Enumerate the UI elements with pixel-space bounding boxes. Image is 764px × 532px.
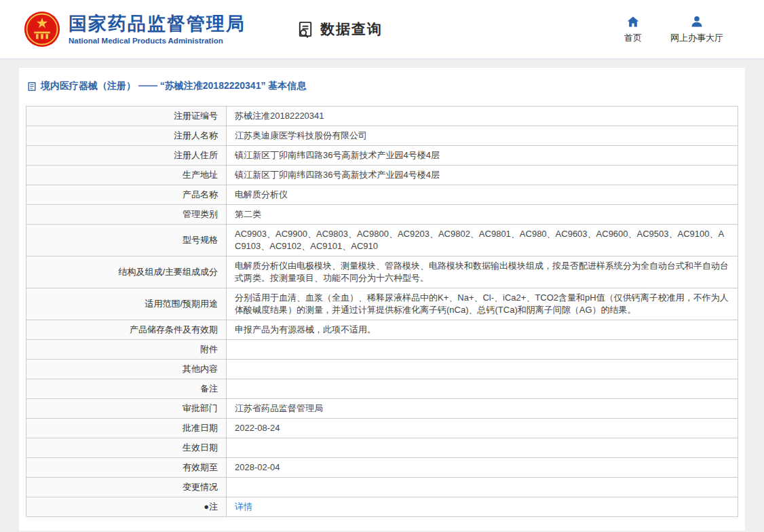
brand-text: 国家药品监督管理局 National Medical Products Admi…	[69, 14, 246, 45]
row-value	[227, 379, 738, 399]
table-row: 注册人住所 镇江新区丁卯南纬四路36号高新技术产业园4号楼4层	[26, 146, 738, 166]
main-content: 境内医疗器械（注册） —— “苏械注准20182220341” 基本信息 注册证…	[0, 60, 764, 532]
nav-online-hall-label: 网上办事大厅	[670, 32, 723, 44]
row-value: 镇江新区丁卯南纬四路36号高新技术产业园4号楼4层	[227, 166, 738, 185]
nmpa-emblem-logo	[24, 11, 60, 48]
table-row-note: ●注 详情	[26, 497, 738, 517]
registration-info-table: 注册证编号 苏械注准20182220341 注册人名称 江苏奥迪康医学科技股份有…	[26, 106, 738, 517]
row-label: 型号规格	[26, 225, 227, 256]
row-label: 有效期至	[26, 458, 227, 478]
table-row: 管理类别 第二类	[26, 205, 738, 225]
data-query-section[interactable]: 数据查询	[297, 20, 383, 39]
detail-link[interactable]: 详情	[235, 501, 252, 512]
nav-home[interactable]: 首页	[624, 15, 642, 44]
row-label: 批准日期	[26, 419, 227, 438]
row-label: 结构及组成/主要组成成分	[26, 256, 227, 288]
table-row: 产品名称 电解质分析仪	[26, 185, 738, 205]
row-label: 备注	[26, 379, 227, 399]
nav-home-label: 首页	[624, 32, 642, 44]
row-value: 申报产品为有源器械，此项不适用。	[227, 320, 738, 340]
row-value: 2028-02-04	[227, 458, 738, 478]
table-row: 生效日期	[26, 438, 738, 458]
row-value	[227, 438, 738, 458]
table-row: 备注	[26, 379, 738, 399]
table-row: 其他内容	[26, 360, 738, 379]
row-value: AC9903、AC9900、AC9803、AC9800、AC9203、AC980…	[227, 225, 738, 256]
table-row: 结构及组成/主要组成成分 电解质分析仪由电极模块、测量模块、管路模块、电路模块和…	[26, 256, 738, 288]
row-label: 其他内容	[26, 360, 227, 379]
row-label: 产品储存条件及有效期	[26, 320, 227, 340]
row-label: ●注	[26, 497, 227, 517]
row-label: 产品名称	[26, 185, 227, 205]
row-label: 适用范围/预期用途	[26, 288, 227, 320]
document-search-icon	[297, 20, 315, 39]
table-row: 附件	[26, 340, 738, 360]
table-row: 审批部门 江苏省药品监督管理局	[26, 399, 738, 419]
page-title-row: 境内医疗器械（注册） —— “苏械注准20182220341” 基本信息	[26, 77, 738, 95]
row-value: 第二类	[227, 205, 738, 225]
table-row: 有效期至 2028-02-04	[26, 458, 738, 478]
row-value: 电解质分析仪	[227, 185, 738, 205]
home-icon	[626, 15, 640, 28]
brand: 国家药品监督管理局 National Medical Products Admi…	[24, 11, 246, 48]
row-value: 江苏奥迪康医学科技股份有限公司	[227, 126, 738, 146]
data-query-label: 数据查询	[320, 20, 383, 39]
row-value: 江苏省药品监督管理局	[227, 399, 738, 419]
row-value: 镇江新区丁卯南纬四路36号高新技术产业园4号楼4层	[227, 146, 738, 166]
row-label: 注册人名称	[26, 126, 227, 146]
table-row: 批准日期 2022-08-24	[26, 419, 738, 438]
table-row: 注册人名称 江苏奥迪康医学科技股份有限公司	[26, 126, 738, 146]
row-label: 注册人住所	[26, 146, 227, 166]
row-label: 变更情况	[26, 478, 227, 497]
row-label: 附件	[26, 340, 227, 360]
row-value: 2022-08-24	[227, 419, 738, 438]
row-value	[227, 340, 738, 360]
row-value	[227, 360, 738, 379]
row-value: 详情	[227, 497, 738, 517]
nav-online-hall[interactable]: 网上办事大厅	[670, 15, 723, 44]
org-name-cn: 国家药品监督管理局	[69, 14, 246, 35]
document-icon	[27, 81, 37, 92]
site-header: 国家药品监督管理局 National Medical Products Admi…	[0, 0, 764, 60]
table-row: 生产地址 镇江新区丁卯南纬四路36号高新技术产业园4号楼4层	[26, 166, 738, 185]
row-label: 注册证编号	[26, 107, 227, 126]
header-nav: 首页 网上办事大厅	[624, 15, 723, 44]
row-label: 生产地址	[26, 166, 227, 185]
row-label: 生效日期	[26, 438, 227, 458]
table-row: 产品储存条件及有效期 申报产品为有源器械，此项不适用。	[26, 320, 738, 340]
row-label: 审批部门	[26, 399, 227, 419]
row-value	[227, 478, 738, 497]
person-icon	[690, 15, 704, 28]
table-row: 适用范围/预期用途 分别适用于血清、血浆（全血）、稀释尿液样品中的K+、Na+、…	[26, 288, 738, 320]
row-label: 管理类别	[26, 205, 227, 225]
table-row: 变更情况	[26, 478, 738, 497]
content-panel: 境内医疗器械（注册） —— “苏械注准20182220341” 基本信息 注册证…	[19, 68, 745, 531]
org-name-en: National Medical Products Administration	[69, 37, 246, 45]
table-row: 注册证编号 苏械注准20182220341	[26, 107, 738, 126]
page-title: 境内医疗器械（注册） —— “苏械注准20182220341” 基本信息	[41, 80, 306, 92]
row-value: 苏械注准20182220341	[227, 107, 738, 126]
row-value: 分别适用于血清、血浆（全血）、稀释尿液样品中的K+、Na+、Cl-、iCa2+、…	[227, 288, 738, 320]
table-row: 型号规格 AC9903、AC9900、AC9803、AC9800、AC9203、…	[26, 225, 738, 256]
row-value: 电解质分析仪由电极模块、测量模块、管路模块、电路模块和数据输出模块组成，按是否配…	[227, 256, 738, 288]
